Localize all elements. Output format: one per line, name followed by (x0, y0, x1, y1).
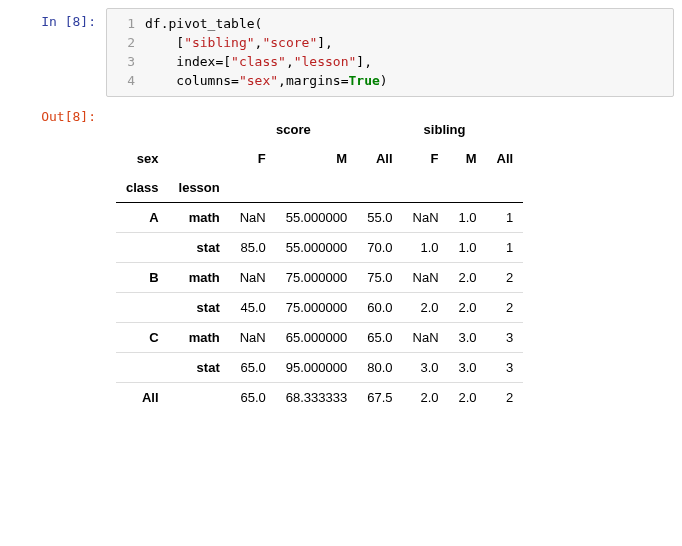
col-group-score: score (230, 115, 357, 144)
table-body: AmathNaN55.00000055.0NaN1.01stat85.055.0… (116, 203, 523, 413)
row-header-class: All (116, 383, 169, 413)
code-editor[interactable]: 1df.pivot_table(2 ["sibling","score"],3 … (106, 8, 674, 97)
table-cell: 2.0 (449, 293, 487, 323)
table-cell: 65.0 (230, 353, 276, 383)
table-cell: 1 (487, 203, 524, 233)
table-cell: NaN (230, 263, 276, 293)
code-line: 4 columns="sex",margins=True) (107, 72, 673, 91)
table-cell: 45.0 (230, 293, 276, 323)
table-cell: 3 (487, 353, 524, 383)
table-cell: 1.0 (449, 203, 487, 233)
output-prompt: Out[8]: (8, 103, 106, 124)
input-prompt: In [8]: (8, 8, 106, 29)
row-header-lesson (169, 383, 230, 413)
code-content: ["sibling","score"], (145, 34, 333, 53)
index-name-lesson: lesson (169, 173, 230, 203)
table-header: score sibling sex F M All F M All class (116, 115, 523, 203)
pivot-table: score sibling sex F M All F M All class (116, 115, 523, 412)
row-header-lesson: stat (169, 293, 230, 323)
table-cell: 3.0 (449, 353, 487, 383)
output-cell: Out[8]: score sibling sex F M All (8, 103, 674, 412)
row-header-class: C (116, 323, 169, 353)
table-cell: 2.0 (449, 263, 487, 293)
code-content: columns="sex",margins=True) (145, 72, 388, 91)
code-content: index=["class","lesson"], (145, 53, 372, 72)
row-header-class (116, 353, 169, 383)
table-cell: NaN (230, 203, 276, 233)
table-cell: 65.0 (357, 323, 402, 353)
table-row: CmathNaN65.00000065.0NaN3.03 (116, 323, 523, 353)
index-name-class: class (116, 173, 169, 203)
code-line: 3 index=["class","lesson"], (107, 53, 673, 72)
row-header-lesson: math (169, 323, 230, 353)
col-header: M (276, 144, 357, 173)
sex-label: sex (116, 144, 169, 173)
table-cell: NaN (403, 323, 449, 353)
table-cell: 2 (487, 263, 524, 293)
table-row: stat85.055.00000070.01.01.01 (116, 233, 523, 263)
input-cell: In [8]: 1df.pivot_table(2 ["sibling","sc… (8, 8, 674, 97)
line-number: 1 (107, 15, 145, 34)
row-header-lesson: stat (169, 233, 230, 263)
table-cell: NaN (403, 203, 449, 233)
table-cell: 68.333333 (276, 383, 357, 413)
table-cell: 75.000000 (276, 293, 357, 323)
table-cell: 2.0 (403, 383, 449, 413)
table-row: BmathNaN75.00000075.0NaN2.02 (116, 263, 523, 293)
col-header: All (487, 144, 524, 173)
table-cell: 65.000000 (276, 323, 357, 353)
line-number: 4 (107, 72, 145, 91)
table-row: All65.068.33333367.52.02.02 (116, 383, 523, 413)
table-cell: 95.000000 (276, 353, 357, 383)
table-cell: 1.0 (449, 233, 487, 263)
table-cell: 60.0 (357, 293, 402, 323)
row-header-lesson: math (169, 263, 230, 293)
table-cell: 65.0 (230, 383, 276, 413)
row-header-lesson: math (169, 203, 230, 233)
output-area: score sibling sex F M All F M All class (106, 103, 674, 412)
table-cell: 70.0 (357, 233, 402, 263)
row-header-class: A (116, 203, 169, 233)
table-cell: 2 (487, 383, 524, 413)
table-cell: 75.000000 (276, 263, 357, 293)
table-cell: 75.0 (357, 263, 402, 293)
code-line: 1df.pivot_table( (107, 15, 673, 34)
table-cell: 3.0 (403, 353, 449, 383)
row-header-class: B (116, 263, 169, 293)
table-cell: 55.0 (357, 203, 402, 233)
table-row: AmathNaN55.00000055.0NaN1.01 (116, 203, 523, 233)
table-cell: NaN (230, 323, 276, 353)
col-header: M (449, 144, 487, 173)
table-cell: 3.0 (449, 323, 487, 353)
row-header-lesson: stat (169, 353, 230, 383)
table-cell: 55.000000 (276, 233, 357, 263)
line-number: 2 (107, 34, 145, 53)
code-line: 2 ["sibling","score"], (107, 34, 673, 53)
table-row: stat65.095.00000080.03.03.03 (116, 353, 523, 383)
table-cell: 55.000000 (276, 203, 357, 233)
col-group-sibling: sibling (403, 115, 487, 144)
table-cell: 67.5 (357, 383, 402, 413)
col-header: F (230, 144, 276, 173)
table-cell: 2.0 (449, 383, 487, 413)
row-header-class (116, 233, 169, 263)
col-header: F (403, 144, 449, 173)
col-header: All (357, 144, 402, 173)
code-content: df.pivot_table( (145, 15, 262, 34)
table-cell: 1 (487, 233, 524, 263)
table-cell: 2.0 (403, 293, 449, 323)
table-cell: 80.0 (357, 353, 402, 383)
table-cell: 2 (487, 293, 524, 323)
table-cell: 1.0 (403, 233, 449, 263)
table-cell: 3 (487, 323, 524, 353)
line-number: 3 (107, 53, 145, 72)
row-header-class (116, 293, 169, 323)
table-cell: NaN (403, 263, 449, 293)
table-row: stat45.075.00000060.02.02.02 (116, 293, 523, 323)
table-cell: 85.0 (230, 233, 276, 263)
